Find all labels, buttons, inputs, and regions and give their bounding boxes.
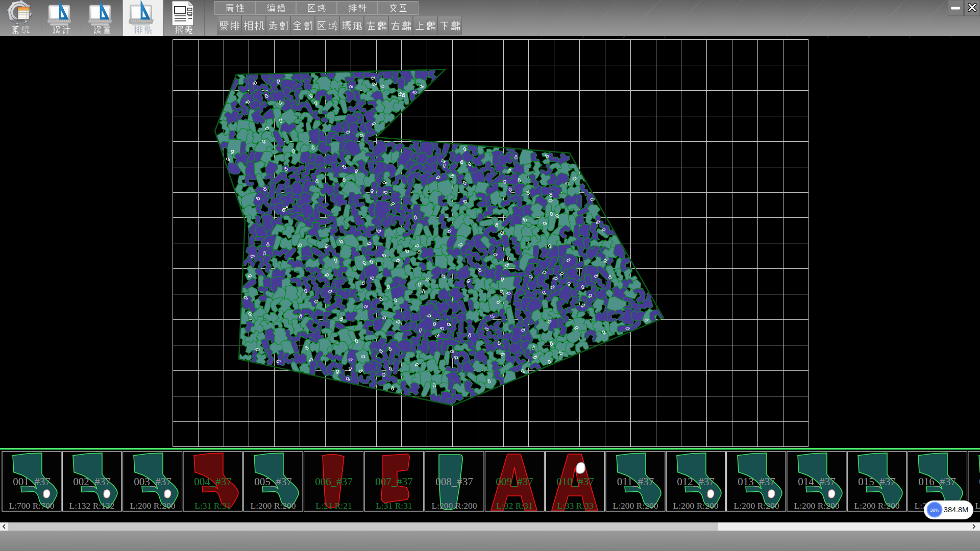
svg-text:L:200 R:200: L:200 R:200 [975,500,980,511]
svg-text:L:200 R:200: L:200 R:200 [734,500,779,511]
svg-text:015_#37: 015_#37 [858,475,896,488]
svg-text:007_#37: 007_#37 [375,475,413,488]
svg-text:L:200 R:200: L:200 R:200 [432,500,477,511]
svg-text:L:700 R:700: L:700 R:700 [9,500,55,511]
svg-text:L:200 R:200: L:200 R:200 [251,500,296,511]
svg-text:005_#37: 005_#37 [254,475,292,488]
svg-text:L:200 R:200: L:200 R:200 [613,500,658,511]
svg-text:38%: 38% [930,508,939,513]
svg-text:014_#37: 014_#37 [798,475,836,488]
svg-text:016_#37: 016_#37 [918,475,956,488]
svg-text:010_#37: 010_#37 [556,475,594,488]
svg-text:L:200 R:200: L:200 R:200 [130,500,176,511]
svg-text:004_#37: 004_#37 [194,475,232,488]
svg-text:001_#37: 001_#37 [13,475,51,488]
svg-text:006_#37: 006_#37 [315,475,353,488]
svg-text:L:200 R:200: L:200 R:200 [794,500,840,511]
svg-text:L:33 R:33: L:33 R:33 [557,500,594,511]
svg-text:011_#37: 011_#37 [617,475,654,488]
svg-text:009_#37: 009_#37 [496,475,533,488]
svg-text:384.8M: 384.8M [944,506,968,514]
svg-text:008_#37: 008_#37 [435,475,473,488]
svg-text:002_#37: 002_#37 [73,475,111,488]
svg-text:L:32 R:31: L:32 R:31 [496,500,532,511]
svg-text:L:132 R:132: L:132 R:132 [69,500,115,511]
svg-text:013_#37: 013_#37 [738,475,775,488]
svg-text:L:31 R:31: L:31 R:31 [376,500,412,511]
svg-text:L:200 R:200: L:200 R:200 [854,500,900,511]
svg-text:003_#37: 003_#37 [134,475,172,488]
svg-text:012_#37: 012_#37 [677,475,715,488]
svg-text:L:31 R:31: L:31 R:31 [194,500,231,511]
svg-text:L:21 R:21: L:21 R:21 [315,500,352,511]
svg-text:L:200 R:200: L:200 R:200 [673,500,719,511]
